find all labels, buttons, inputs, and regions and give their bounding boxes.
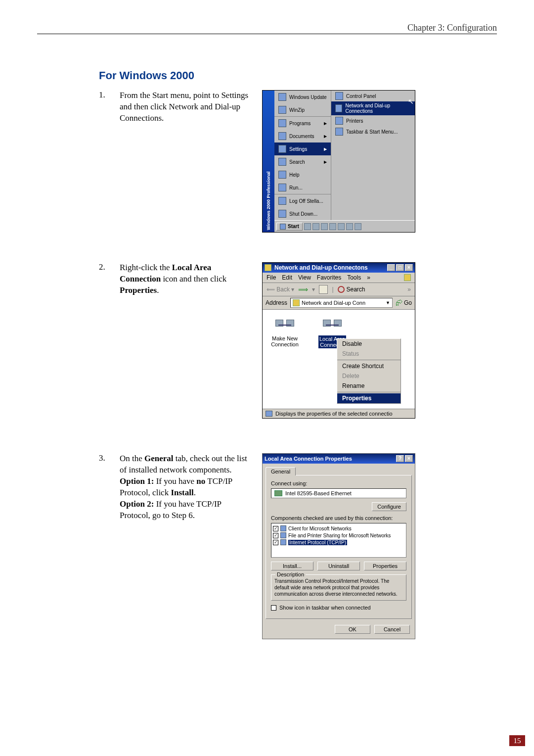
monitor-icon (266, 411, 272, 417)
properties-button[interactable]: Properties (364, 562, 406, 570)
adapter-field: Intel 82595-Based Ethernet (271, 488, 406, 498)
menu-programs[interactable]: Programs▶ (274, 116, 331, 130)
help-button[interactable]: ? (396, 455, 404, 462)
up-button[interactable] (319, 285, 328, 294)
maximize-button[interactable]: □ (396, 264, 404, 271)
search-button[interactable]: Search (338, 286, 365, 293)
component-item[interactable]: ✓Client for Microsoft Networks (273, 525, 404, 532)
cursor-icon: ↖ (408, 97, 414, 105)
components-list[interactable]: ✓Client for Microsoft Networks ✓File and… (271, 523, 406, 558)
tray-icon[interactable] (304, 223, 311, 230)
ctx-disable[interactable]: Disable (337, 339, 400, 349)
tab-general[interactable]: General (266, 467, 296, 475)
toolbar: ⟸ Back ▾ ⟹ ▾ | Search » (263, 283, 415, 296)
dropdown-icon[interactable]: ▾ (312, 286, 315, 293)
winzip-icon (278, 106, 286, 114)
component-item-selected[interactable]: ✓Internet Protocol (TCP/IP) (273, 539, 404, 546)
network-icon (335, 104, 342, 112)
page-header: Chapter 3: Configuration (407, 23, 497, 33)
chevron-down-icon[interactable]: ▼ (386, 300, 390, 305)
programs-icon (278, 119, 286, 127)
screenshot-properties-dialog: Local Area Connection Properties ? × Gen… (262, 453, 415, 639)
address-label: Address (266, 299, 287, 306)
checkbox-icon[interactable]: ✓ (273, 526, 278, 531)
ok-button[interactable]: OK (335, 625, 370, 634)
menu-file[interactable]: File (267, 274, 276, 281)
go-button[interactable]: ⮳Go (396, 299, 412, 307)
chevron-right-icon: ▶ (324, 121, 327, 126)
step-text: Right-click the Local Area Connection ic… (120, 262, 253, 419)
component-item[interactable]: ✓File and Printer Sharing for Microsoft … (273, 532, 404, 539)
menu-settings[interactable]: Settings▶ (274, 142, 331, 155)
submenu-control-panel[interactable]: Control Panel (331, 91, 415, 101)
menu-shutdown[interactable]: Shut Down... (274, 207, 331, 220)
toolbar-more[interactable]: » (407, 286, 411, 293)
menu-help[interactable]: Help (274, 168, 331, 181)
menu-logoff[interactable]: Log Off Stella... (274, 194, 331, 207)
magnifier-icon (338, 286, 345, 293)
menu-more[interactable]: » (367, 274, 370, 281)
close-button[interactable]: × (405, 455, 413, 462)
tray-icon[interactable] (321, 223, 328, 230)
step-number: 2. (99, 262, 120, 419)
make-new-connection[interactable]: Make NewConnection (267, 317, 302, 404)
checkbox-icon[interactable]: ✓ (273, 533, 278, 538)
menubar: File Edit View Favorites Tools » (263, 273, 415, 283)
window-body: Make NewConnection Local AreaConnectio D… (263, 310, 415, 409)
show-icon-checkbox[interactable]: Show icon in taskbar when connected (271, 605, 406, 611)
connect-using-label: Connect using: (271, 480, 406, 486)
menu-view[interactable]: View (298, 274, 311, 281)
status-bar: Displays the properties of the selected … (263, 409, 415, 418)
ctx-rename[interactable]: Rename (337, 381, 400, 391)
ctx-create-shortcut[interactable]: Create Shortcut (337, 361, 400, 371)
nic-icon (274, 490, 282, 496)
cancel-button[interactable]: Cancel (374, 625, 410, 634)
chevron-right-icon: ▶ (324, 134, 327, 139)
page-number: 15 (509, 735, 525, 746)
submenu-printers[interactable]: Printers (331, 115, 415, 126)
dialog-titlebar: Local Area Connection Properties ? × (263, 454, 415, 464)
windows-icon (280, 224, 286, 230)
menu-search[interactable]: Search▶ (274, 155, 331, 168)
configure-button[interactable]: Configure (372, 502, 406, 511)
window-titlebar: Network and Dial-up Connectons _ □ × (263, 263, 415, 273)
menu-tools[interactable]: Tools (347, 274, 361, 281)
checkbox-icon[interactable] (271, 605, 276, 611)
start-menu-banner: Windows 2000 Professional (263, 91, 274, 232)
menu-winzip[interactable]: WinZip (274, 103, 331, 116)
run-icon (278, 184, 286, 191)
forward-button[interactable]: ⟹ (298, 285, 308, 293)
ctx-properties[interactable]: Properties (337, 393, 400, 403)
go-icon: ⮳ (396, 299, 402, 307)
tray-icon[interactable] (329, 223, 336, 230)
menu-edit[interactable]: Edit (282, 274, 292, 281)
client-icon (280, 525, 286, 531)
logoff-icon (278, 197, 286, 205)
start-button[interactable]: Start (276, 223, 303, 231)
submenu-network-connections[interactable]: Network and Dial-up Connections↖ (331, 101, 415, 115)
share-icon (280, 532, 286, 538)
tray-icon[interactable] (346, 223, 353, 230)
install-button[interactable]: Install... (271, 562, 313, 570)
address-input[interactable]: Network and Dial-up Conn ▼ (290, 298, 393, 308)
tray-icon[interactable] (312, 223, 319, 230)
close-button[interactable]: × (405, 264, 413, 271)
minimize-button[interactable]: _ (387, 264, 395, 271)
submenu-taskbar[interactable]: Taskbar & Start Menu... (331, 126, 415, 137)
back-button[interactable]: ⟸ Back ▾ (267, 286, 294, 293)
tray-icon[interactable] (338, 223, 345, 230)
checkbox-icon[interactable]: ✓ (273, 540, 278, 545)
control-panel-icon (335, 92, 343, 100)
step-text: On the General tab, check out the list o… (120, 453, 253, 639)
menu-favorites[interactable]: Favorites (317, 274, 341, 281)
uninstall-button[interactable]: Uninstall (317, 562, 360, 570)
dialog-title: Local Area Connection Properties (265, 456, 352, 462)
menu-run[interactable]: Run... (274, 181, 331, 194)
protocol-icon (280, 539, 286, 545)
tray-icon[interactable] (355, 223, 361, 230)
menu-documents[interactable]: Documents▶ (274, 130, 331, 142)
folder-icon (293, 299, 300, 306)
tab-strip: General (263, 464, 415, 475)
tab-panel: Connect using: Intel 82595-Based Etherne… (266, 475, 412, 619)
menu-windows-update[interactable]: Windows Update (274, 91, 331, 103)
